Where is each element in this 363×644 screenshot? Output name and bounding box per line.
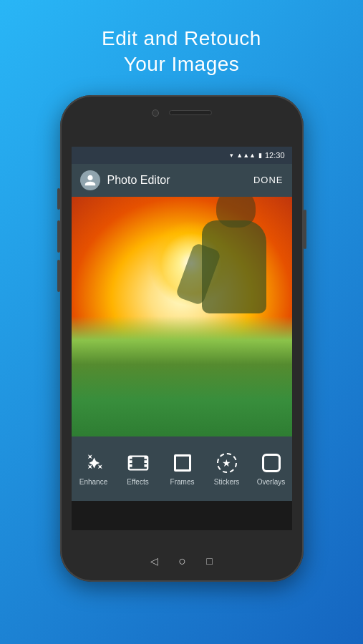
recents-button[interactable]: □ — [206, 555, 212, 567]
status-bar: ▾ ▲▲▲ ▮ 12:30 — [72, 147, 292, 164]
status-time: 12:30 — [265, 151, 285, 160]
svg-rect-6 — [144, 464, 147, 467]
power-button — [304, 210, 306, 249]
toolbar-item-frames[interactable]: Frames — [160, 445, 205, 492]
svg-rect-2 — [128, 461, 132, 464]
app-bar-left: Photo Editor — [80, 170, 170, 190]
svg-rect-5 — [144, 461, 147, 464]
front-camera — [152, 109, 159, 117]
editing-toolbar: Enhance E — [72, 436, 292, 501]
status-icons: ▾ ▲▲▲ ▮ 12:30 — [230, 151, 284, 160]
toolbar-item-overlays[interactable]: Overlays — [249, 445, 292, 492]
svg-rect-3 — [128, 464, 132, 467]
effects-icon — [126, 451, 150, 475]
effects-label: Effects — [127, 478, 148, 486]
volume-up-button — [57, 220, 60, 253]
enhance-label: Enhance — [79, 478, 107, 486]
svg-rect-4 — [144, 457, 147, 459]
toolbar-item-effects[interactable]: Effects — [116, 445, 160, 492]
photo-edit-area[interactable] — [72, 197, 292, 436]
frames-icon — [170, 451, 195, 475]
app-bar: Photo Editor DONE — [72, 164, 292, 197]
enhance-icon — [82, 451, 106, 475]
overlays-icon — [259, 451, 284, 475]
battery-icon: ▮ — [258, 152, 262, 159]
nav-bar: ◁ ○ □ — [150, 554, 212, 569]
phone-screen: ▾ ▲▲▲ ▮ 12:30 Photo Editor DONE — [72, 147, 292, 530]
back-button[interactable]: ◁ — [150, 555, 158, 567]
toolbar-item-stickers[interactable]: ★ Stickers — [205, 445, 249, 492]
phone-shell: ▾ ▲▲▲ ▮ 12:30 Photo Editor DONE — [60, 95, 304, 582]
headline: Edit and Retouch Your Images — [102, 26, 261, 78]
svg-rect-1 — [128, 457, 132, 459]
wifi-icon: ▾ — [230, 152, 233, 159]
signal-icon: ▲▲▲ — [236, 152, 256, 159]
silent-button — [57, 188, 60, 210]
volume-down-button — [57, 260, 60, 292]
person-silhouette — [177, 197, 270, 353]
frames-label: Frames — [170, 478, 195, 486]
home-button[interactable]: ○ — [178, 554, 186, 569]
user-avatar[interactable] — [80, 170, 100, 190]
stickers-label: Stickers — [214, 478, 240, 486]
app-title: Photo Editor — [107, 174, 170, 187]
overlays-label: Overlays — [257, 478, 285, 486]
stickers-icon: ★ — [215, 451, 239, 475]
phone-top-elements — [152, 109, 212, 117]
earpiece — [169, 110, 212, 115]
toolbar-item-enhance[interactable]: Enhance — [72, 445, 116, 492]
done-button[interactable]: DONE — [253, 175, 284, 185]
phone-mockup: ▾ ▲▲▲ ▮ 12:30 Photo Editor DONE — [60, 95, 304, 582]
photo-canvas — [72, 197, 292, 436]
